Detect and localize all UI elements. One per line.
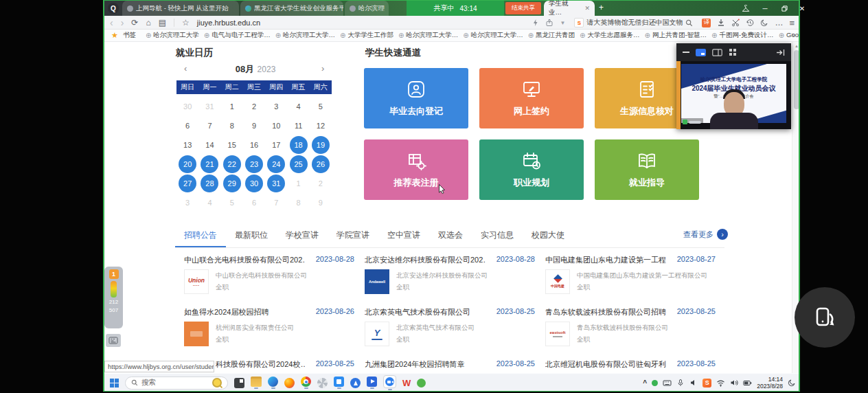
new-tab-button[interactable]: + — [599, 3, 604, 12]
calendar-day[interactable]: 2 — [245, 98, 263, 115]
restore-window-icon[interactable] — [777, 1, 792, 16]
calendar-day[interactable]: 22 — [223, 155, 241, 173]
minimize-icon[interactable] — [683, 52, 689, 53]
skin-theme-icon[interactable] — [738, 1, 753, 16]
speaker-icon[interactable] — [689, 379, 698, 387]
back-icon[interactable]: ‹ — [110, 18, 113, 27]
menu-icon[interactable]: ≡ — [789, 19, 795, 27]
calendar-day[interactable]: 31 — [201, 98, 218, 115]
calendar-day[interactable]: 4 — [290, 98, 308, 115]
bookmark-item[interactable]: ⊕ Google 翻译 — [779, 31, 799, 40]
bookmark-item[interactable]: ⊕ 千图网-免费设计… — [711, 31, 774, 40]
calendar-day[interactable]: 19 — [312, 136, 330, 154]
calendar-day[interactable]: 20 — [179, 155, 196, 173]
calendar-day[interactable]: 30 — [245, 175, 263, 192]
search-suggestion[interactable]: S 请大英博物馆无偿归还中国文物 — [571, 17, 696, 28]
screenshot-scissors-icon[interactable] — [731, 19, 740, 27]
calendar-day[interactable]: 27 — [179, 175, 196, 192]
keyboard-icon[interactable] — [663, 379, 672, 387]
calendar-day[interactable]: 26 — [312, 155, 330, 173]
calendar-day[interactable]: 6 — [179, 117, 196, 135]
chrome-browser-app[interactable] — [301, 377, 311, 389]
browser-tab-hrbust[interactable]: 哈尔滨理 — [345, 1, 389, 16]
calendar-prev-icon[interactable]: ‹ — [184, 63, 187, 74]
calendar-day[interactable]: 7 — [201, 117, 218, 135]
speaker-view-icon[interactable] — [696, 49, 706, 56]
listing-tab[interactable]: 实习信息 — [472, 225, 523, 247]
reading-mode-icon[interactable]: ▤ — [159, 19, 166, 27]
view-more-link[interactable]: 查看更多 › — [683, 229, 728, 240]
job-item[interactable]: 中国电建集团山东电力建设第一工程有… 2023-08-27 中国电建 中国电建集… — [544, 255, 717, 299]
job-item[interactable]: 中山联合光电科技股份有限公司202… 2023-08-28 Union▪▪▪▪ … — [183, 255, 356, 299]
sogou-input-icon[interactable]: S — [703, 379, 711, 388]
calendar-day[interactable]: 7 — [267, 194, 285, 212]
compass-blue-app[interactable] — [350, 378, 361, 388]
job-item[interactable]: 北京维冠机电股份有限公司驻匈牙利工… 2023-08-25 — [544, 359, 717, 373]
calendar-day[interactable]: 3 — [179, 194, 196, 212]
listing-tab[interactable]: 空中宣讲 — [378, 225, 429, 247]
notification-moon-icon[interactable] — [788, 379, 796, 387]
calendar-day[interactable]: 9 — [312, 194, 330, 212]
edge-browser-app[interactable] — [268, 377, 278, 389]
microphone-icon[interactable] — [676, 379, 685, 387]
calendar-day[interactable]: 12 — [312, 117, 330, 135]
calendar-day[interactable]: 8 — [223, 117, 241, 135]
snip-tool-app[interactable] — [234, 378, 244, 388]
quick-button-online-signing[interactable]: 网上签约 — [479, 68, 584, 128]
calendar-day[interactable]: 5 — [223, 194, 241, 212]
calendar-day[interactable]: 10 — [267, 117, 285, 135]
bookmark-star-icon[interactable]: ☆ — [182, 19, 190, 27]
calendar-day[interactable]: 30 — [179, 98, 196, 115]
job-item[interactable]: 如鱼得水2024届校园招聘 2023-08-26 杭州润居实业有限责任公司 全职 — [183, 307, 356, 351]
close-tab-icon[interactable]: ✕ — [584, 5, 590, 12]
bookmark-item[interactable]: ⊕ 网上共青团-智慧… — [645, 31, 707, 40]
calendar-day[interactable]: 31 — [267, 175, 285, 192]
bookmark-item[interactable]: ⊕ 哈尔滨理工大学 — [146, 31, 199, 40]
browser-logo-icon[interactable]: Q — [108, 3, 119, 14]
bookmark-item[interactable]: ⊕ 大学学生工作部 — [340, 31, 393, 40]
bookmarks-overflow-icon[interactable]: » — [791, 30, 795, 38]
search-icon[interactable] — [685, 19, 693, 27]
downloads-icon[interactable] — [717, 19, 725, 27]
bookmarks-star-icon[interactable]: ★ — [111, 31, 118, 40]
flash-booster-icon[interactable] — [532, 19, 539, 27]
volume-icon[interactable] — [730, 379, 738, 387]
calendar-day[interactable]: 2 — [312, 175, 330, 192]
job-title[interactable]: 青岛东软载波科技股份有限公司招聘简章 — [545, 307, 666, 317]
bookmark-item[interactable]: ⊕ 哈尔滨理工大学… — [463, 31, 523, 40]
speed-monitor-widget[interactable]: 1 212 507 — [104, 267, 123, 328]
job-title[interactable]: 九洲集团2024年校园招聘简章 — [365, 359, 486, 370]
meeting-app-active[interactable] — [383, 375, 396, 390]
bookmark-item[interactable]: ⊕ 黑龙江共青团 — [528, 31, 575, 40]
job-item[interactable]: 九洲集团2024年校园招聘简章 2023-08-25 — [363, 359, 536, 373]
quick-button-recommendation-form[interactable]: 推荐表注册 — [364, 139, 468, 200]
calendar-day[interactable]: 17 — [267, 136, 285, 154]
address-bar-url[interactable]: jiuye.hrbust.edu.cn — [197, 19, 260, 27]
phone-mirror-button[interactable] — [795, 287, 855, 348]
pinwheel-app[interactable] — [317, 378, 328, 388]
browser-tab-nav[interactable]: 上网导航 - 轻快上网 从这里开始 — [122, 1, 239, 16]
browser-tab-active-jiuye[interactable]: 学生就业… ✕ — [544, 1, 595, 16]
job-title[interactable]: 如鱼得水2024届校园招聘 — [184, 307, 305, 317]
listing-tab[interactable]: 最新职位 — [226, 225, 277, 247]
bookmark-item[interactable]: ⊕ 电气与电子工程学… — [204, 31, 271, 40]
green-app[interactable] — [417, 379, 426, 388]
calendar-day[interactable]: 5 — [312, 98, 330, 115]
listing-tab[interactable]: 学院宣讲 — [328, 225, 378, 247]
calendar-day[interactable]: 28 — [201, 175, 218, 192]
tray-clock[interactable]: 14:14 2023/8/28 — [757, 376, 783, 390]
calendar-day[interactable]: 1 — [223, 98, 241, 115]
share-page-icon[interactable] — [545, 19, 553, 27]
grid-view-icon[interactable] — [729, 48, 737, 56]
calendar-day[interactable]: 16 — [245, 136, 263, 154]
listing-tab[interactable]: 学校宣讲 — [277, 225, 328, 247]
dark-mode-moon-icon[interactable] — [760, 19, 768, 27]
calendar-day[interactable]: 25 — [290, 155, 308, 173]
wps-app[interactable]: W — [402, 379, 411, 388]
calendar-day[interactable]: 9 — [245, 117, 263, 135]
start-button[interactable] — [110, 379, 119, 388]
calendar-day[interactable]: 18 — [290, 136, 308, 154]
calendar-day[interactable]: 4 — [201, 194, 218, 212]
docs-blue-app[interactable] — [334, 377, 344, 389]
job-item[interactable]: 北京安达维尔科技股份有限公司202… 2023-08-28 Andawell 北… — [363, 255, 536, 299]
